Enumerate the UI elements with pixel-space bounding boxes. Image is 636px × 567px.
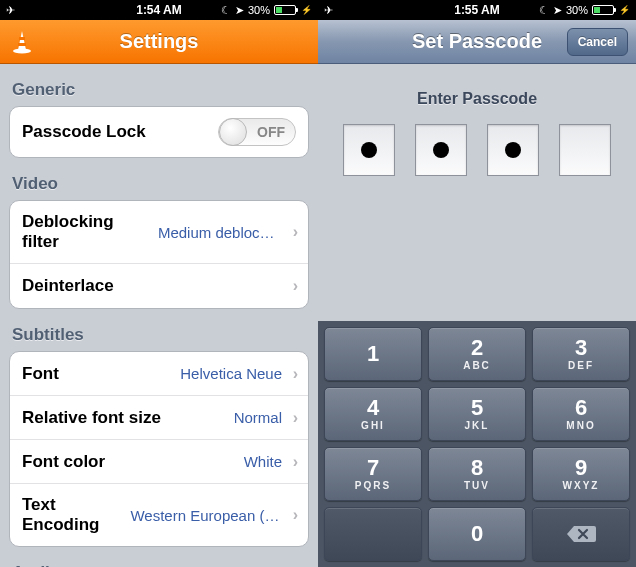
- status-bar: ✈ 1:55 AM ☾ ➤ 30% ⚡: [318, 0, 636, 20]
- key-8[interactable]: 8TUV: [428, 447, 526, 501]
- cell-value: Helvetica Neue: [180, 365, 296, 382]
- cell-label: Font: [22, 364, 59, 384]
- toggle-state: OFF: [257, 124, 285, 140]
- cell-deblocking[interactable]: Deblocking filter Medium deblocking ›: [10, 201, 308, 264]
- cell-passcode-lock[interactable]: Passcode Lock OFF: [10, 107, 308, 157]
- passcode-digit-1: [343, 124, 395, 176]
- battery-icon: [592, 5, 614, 15]
- cell-label: Passcode Lock: [22, 122, 146, 142]
- key-blank: [324, 507, 422, 561]
- group-video: Deblocking filter Medium deblocking › De…: [9, 200, 309, 309]
- chevron-right-icon: ›: [293, 365, 298, 383]
- key-backspace[interactable]: [532, 507, 630, 561]
- vlc-logo-icon: [8, 28, 36, 56]
- key-6[interactable]: 6MNO: [532, 387, 630, 441]
- navbar: Set Passcode Cancel: [318, 20, 636, 64]
- key-7[interactable]: 7PQRS: [324, 447, 422, 501]
- passcode-screen: ✈ 1:55 AM ☾ ➤ 30% ⚡ Set Passcode Cancel …: [318, 0, 636, 567]
- svg-rect-1: [19, 37, 25, 40]
- section-header-generic: Generic: [0, 64, 318, 106]
- section-header-audio: Audio: [0, 547, 318, 567]
- cell-label: Deblocking filter: [22, 212, 150, 252]
- key-1[interactable]: 1: [324, 327, 422, 381]
- key-2[interactable]: 2ABC: [428, 327, 526, 381]
- cancel-button[interactable]: Cancel: [567, 28, 628, 56]
- settings-screen: ✈ 1:54 AM ☾ ➤ 30% ⚡ Settings Generic Pas…: [0, 0, 318, 567]
- cell-value: White: [244, 453, 296, 470]
- cell-value: Medium deblocking: [158, 224, 296, 241]
- key-0[interactable]: 0: [428, 507, 526, 561]
- cell-label: Font color: [22, 452, 105, 472]
- cell-relative-font-size[interactable]: Relative font size Normal ›: [10, 396, 308, 440]
- cell-label: Deinterlace: [22, 276, 114, 296]
- backspace-icon: [566, 524, 596, 544]
- svg-point-3: [13, 48, 31, 53]
- chevron-right-icon: ›: [293, 453, 298, 471]
- cell-value: Western European (Win…: [130, 507, 296, 524]
- cell-font-color[interactable]: Font color White ›: [10, 440, 308, 484]
- group-generic: Passcode Lock OFF: [9, 106, 309, 158]
- battery-icon: [274, 5, 296, 15]
- svg-marker-0: [18, 31, 26, 50]
- group-subtitles: Font Helvetica Neue › Relative font size…: [9, 351, 309, 547]
- cell-value: Normal: [234, 409, 296, 426]
- navbar: Settings: [0, 20, 318, 64]
- chevron-right-icon: ›: [293, 277, 298, 295]
- passcode-digit-2: [415, 124, 467, 176]
- svg-rect-2: [18, 43, 26, 46]
- section-header-subtitles: Subtitles: [0, 309, 318, 351]
- passcode-field: [318, 124, 636, 176]
- numeric-keypad: 1 2ABC 3DEF 4GHI 5JKL 6MNO 7PQRS 8TUV 9W…: [318, 321, 636, 567]
- cell-deinterlace[interactable]: Deinterlace ›: [10, 264, 308, 308]
- cell-label: Relative font size: [22, 408, 161, 428]
- page-title: Settings: [120, 30, 199, 53]
- toggle-knob: [219, 118, 247, 146]
- status-bar: ✈ 1:54 AM ☾ ➤ 30% ⚡: [0, 0, 318, 20]
- chevron-right-icon: ›: [293, 409, 298, 427]
- key-4[interactable]: 4GHI: [324, 387, 422, 441]
- key-5[interactable]: 5JKL: [428, 387, 526, 441]
- chevron-right-icon: ›: [293, 506, 298, 524]
- cell-font[interactable]: Font Helvetica Neue ›: [10, 352, 308, 396]
- section-header-video: Video: [0, 158, 318, 200]
- page-title: Set Passcode: [412, 30, 542, 53]
- passcode-prompt: Enter Passcode: [318, 90, 636, 108]
- chevron-right-icon: ›: [293, 223, 298, 241]
- passcode-digit-4: [559, 124, 611, 176]
- status-time: 1:54 AM: [0, 3, 318, 17]
- key-9[interactable]: 9WXYZ: [532, 447, 630, 501]
- passcode-digit-3: [487, 124, 539, 176]
- passcode-toggle[interactable]: OFF: [218, 118, 296, 146]
- cell-text-encoding[interactable]: Text Encoding Western European (Win… ›: [10, 484, 308, 546]
- status-time: 1:55 AM: [318, 3, 636, 17]
- cell-label: Text Encoding: [22, 495, 122, 535]
- key-3[interactable]: 3DEF: [532, 327, 630, 381]
